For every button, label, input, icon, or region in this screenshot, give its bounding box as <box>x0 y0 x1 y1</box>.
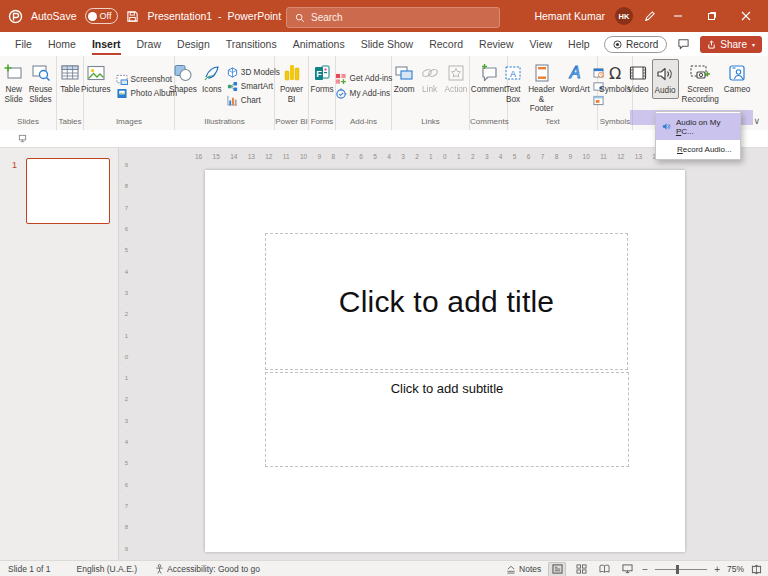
ruler-tick: · <box>423 154 425 160</box>
ruler-number: 5 <box>373 153 377 160</box>
ruler-number: 0 <box>443 153 447 160</box>
zoom-level[interactable]: 75% <box>727 564 744 574</box>
icons-icon <box>202 61 222 85</box>
pictures-button[interactable]: Pictures <box>79 59 113 97</box>
zoom-slider-handle[interactable] <box>676 565 679 574</box>
record-button[interactable]: Record <box>604 36 667 53</box>
3d-models-button[interactable]: 3D Models <box>225 66 282 79</box>
smartart-button[interactable]: SmartArt <box>225 80 282 93</box>
restore-button[interactable] <box>700 4 724 28</box>
power-bi-button[interactable]: Power BI <box>277 59 306 106</box>
minimize-button[interactable] <box>666 4 690 28</box>
menu-tab-design[interactable]: Design <box>170 34 217 55</box>
ruler-tick: · <box>242 154 244 160</box>
get-addins-button[interactable]: Get Add-ins <box>333 72 395 86</box>
ruler-tick: · <box>367 154 369 160</box>
ruler-number: 2 <box>125 311 128 317</box>
language-indicator[interactable]: English (U.A.E.) <box>77 564 137 574</box>
wordart-button[interactable]: A WordArt <box>558 59 592 97</box>
zoom-in-button[interactable]: + <box>714 564 720 575</box>
ruler-tick: · <box>126 492 128 498</box>
svg-text:F: F <box>316 69 322 79</box>
chart-label: Chart <box>241 96 261 105</box>
menu-tab-help[interactable]: Help <box>561 34 597 55</box>
menu-item-audio-on-my-pc[interactable]: Audio on My PC... <box>656 113 740 140</box>
smartart-label: SmartArt <box>241 82 273 91</box>
menu-tab-record[interactable]: Record <box>422 34 470 55</box>
reading-view-icon <box>599 564 610 574</box>
audio-label: Audio <box>655 86 676 96</box>
close-button[interactable] <box>734 4 758 28</box>
my-addins-button[interactable]: My Add-ins <box>333 87 393 101</box>
share-button[interactable]: Share ▾ <box>700 36 762 53</box>
avatar[interactable]: HK <box>615 7 633 25</box>
menu-tab-transitions[interactable]: Transitions <box>219 34 284 55</box>
comments-button[interactable] <box>674 35 693 53</box>
link-icon <box>420 61 440 85</box>
inking-pen-icon[interactable] <box>643 10 656 23</box>
zoom-button[interactable]: Zoom <box>392 59 417 97</box>
text-box-button[interactable]: A Text Box <box>501 59 525 106</box>
menu-tab-file[interactable]: File <box>8 34 39 55</box>
ruler-tick: · <box>224 154 226 160</box>
slide-canvas[interactable]: Click to add title Click to add subtitle <box>205 170 685 552</box>
notes-button[interactable]: Notes <box>506 564 541 574</box>
menu-tab-view[interactable]: View <box>522 34 559 55</box>
title-bar: AutoSave Off Presentation1 - PowerPoint … <box>0 0 768 32</box>
save-icon[interactable] <box>126 10 139 23</box>
new-slide-button[interactable]: New Slide <box>2 59 26 106</box>
icons-button[interactable]: Icons <box>200 59 224 97</box>
ruler-number: 5 <box>125 247 128 253</box>
subtitle-placeholder[interactable]: Click to add subtitle <box>265 372 629 467</box>
reuse-slides-button[interactable]: Reuse Slides <box>27 59 55 106</box>
title-placeholder[interactable]: Click to add title <box>265 233 628 370</box>
accessibility-status[interactable]: Accessibility: Good to go <box>155 564 260 574</box>
horizontal-ruler: 16·15·14·13·12·11·10·9·8·7·6·5·4·3·2·1·0… <box>195 151 695 162</box>
user-name[interactable]: Hemant Kumar <box>534 10 605 22</box>
ruler-tick: · <box>126 386 128 392</box>
my-addins-icon <box>335 88 347 100</box>
ruler-tick: · <box>126 301 128 307</box>
ruler-number: 13 <box>635 153 642 160</box>
header-footer-button[interactable]: Header & Footer <box>526 59 557 116</box>
slide-sorter-view-button[interactable] <box>573 563 589 576</box>
reading-view-button[interactable] <box>596 563 612 576</box>
shapes-button[interactable]: Shapes <box>167 59 199 97</box>
zoom-slider[interactable] <box>655 569 707 570</box>
normal-view-button[interactable] <box>548 562 566 576</box>
chart-button[interactable]: Chart <box>225 94 282 107</box>
menu-tab-home[interactable]: Home <box>41 34 83 55</box>
action-button: Action <box>443 59 470 97</box>
ruler-tick: · <box>339 154 341 160</box>
ruler-number: 4 <box>125 439 128 445</box>
ruler-tick: · <box>577 154 579 160</box>
fit-slide-icon[interactable] <box>751 564 762 575</box>
autosave-toggle[interactable]: Off <box>85 8 119 24</box>
slide-thumbnail-panel: 1 <box>0 148 119 560</box>
ruler-number: 4 <box>125 269 128 275</box>
menu-tab-animations[interactable]: Animations <box>286 34 352 55</box>
ruler-tick: · <box>493 154 495 160</box>
forms-button[interactable]: F Forms <box>308 59 335 97</box>
zoom-out-button[interactable]: − <box>642 564 648 575</box>
slideshow-view-button[interactable] <box>619 563 635 576</box>
menu-tab-insert[interactable]: Insert <box>85 34 128 55</box>
ruler-number: 16 <box>195 153 202 160</box>
ruler-tick: · <box>126 279 128 285</box>
search-input[interactable]: Search <box>286 7 500 28</box>
slide-thumbnail[interactable] <box>26 158 110 224</box>
comment-bubble-icon <box>677 38 690 50</box>
menu-item-record-audio[interactable]: Record Audio... <box>656 140 740 158</box>
screen-recording-button[interactable]: Screen Recording <box>680 59 721 106</box>
menu-tab-slide-show[interactable]: Slide Show <box>354 34 421 55</box>
video-button[interactable]: Video <box>626 59 651 97</box>
audio-icon <box>655 62 675 86</box>
menu-tab-draw[interactable]: Draw <box>130 34 169 55</box>
slide-indicator[interactable]: Slide 1 of 1 <box>8 564 51 574</box>
quick-access-icon[interactable] <box>18 134 27 143</box>
menu-tab-review[interactable]: Review <box>472 34 520 55</box>
ruler-number: 1 <box>457 153 461 160</box>
audio-button[interactable]: Audio <box>652 59 679 99</box>
screenshot-label: Screenshot <box>131 75 172 84</box>
action-icon <box>446 61 466 85</box>
